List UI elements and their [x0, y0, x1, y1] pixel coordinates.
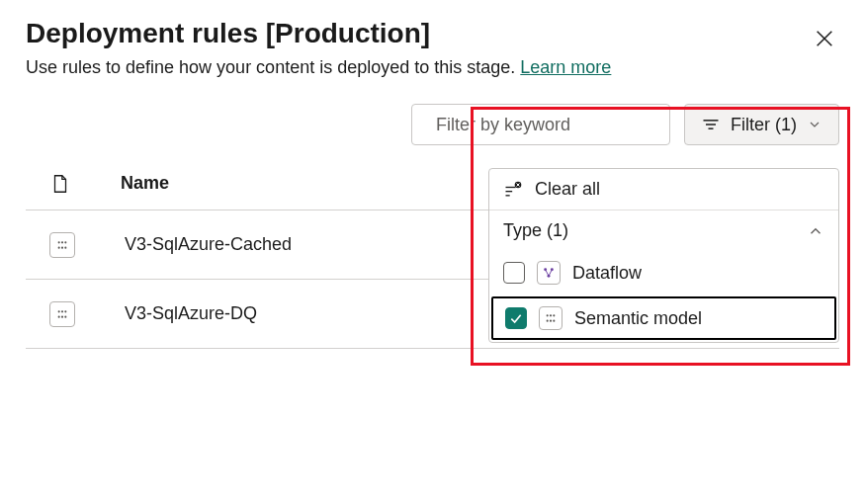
semantic-model-icon: [49, 301, 75, 327]
subtitle-text: Use rules to define how your content is …: [26, 57, 515, 77]
filter-option-dataflow[interactable]: Dataflow: [489, 251, 838, 294]
close-icon: [814, 28, 835, 49]
toolbar: Filter (1): [0, 88, 865, 157]
svg-line-29: [550, 271, 552, 275]
svg-point-34: [550, 320, 552, 322]
svg-point-18: [64, 315, 66, 317]
svg-point-11: [61, 246, 63, 248]
search-box[interactable]: [411, 104, 670, 145]
clear-all-row[interactable]: Clear all: [489, 169, 838, 210]
svg-point-25: [544, 268, 547, 271]
svg-line-28: [546, 271, 548, 275]
filter-button[interactable]: Filter (1): [684, 104, 839, 145]
filter-button-label: Filter (1): [731, 115, 797, 135]
svg-point-12: [64, 246, 66, 248]
type-section-header[interactable]: Type (1): [489, 210, 838, 251]
svg-point-8: [61, 241, 63, 243]
filter-option-semantic-model[interactable]: Semantic model: [491, 296, 836, 340]
row-name: V3-SqlAzure-Cached: [125, 234, 292, 255]
svg-point-26: [551, 268, 554, 271]
svg-point-17: [61, 315, 63, 317]
learn-more-link[interactable]: Learn more: [520, 57, 611, 77]
svg-point-15: [64, 310, 66, 312]
dialog-header: Deployment rules [Production] Use rules …: [0, 0, 865, 88]
svg-point-27: [548, 275, 551, 278]
checkbox-checked[interactable]: [505, 307, 527, 329]
dialog-title: Deployment rules [Production]: [26, 18, 839, 49]
svg-point-35: [553, 320, 555, 322]
svg-point-16: [58, 315, 60, 317]
semantic-model-icon: [49, 232, 75, 258]
filter-icon: [701, 115, 721, 134]
dialog-subtitle: Use rules to define how your content is …: [26, 55, 839, 80]
semantic-model-icon: [539, 306, 562, 330]
clear-filter-icon: [503, 180, 523, 200]
svg-point-7: [58, 241, 60, 243]
name-column-header: Name: [121, 173, 169, 194]
checkmark-icon: [508, 310, 524, 326]
checkbox-unchecked[interactable]: [503, 262, 525, 284]
dataflow-icon: [537, 261, 561, 285]
svg-point-9: [64, 241, 66, 243]
clear-all-label: Clear all: [535, 179, 600, 200]
svg-point-31: [550, 314, 552, 316]
search-input[interactable]: [434, 114, 667, 136]
close-button[interactable]: [814, 28, 835, 49]
svg-point-32: [553, 314, 555, 316]
row-name: V3-SqlAzure-DQ: [125, 303, 257, 324]
svg-point-13: [58, 310, 60, 312]
svg-point-33: [547, 320, 549, 322]
svg-point-14: [61, 310, 63, 312]
chevron-up-icon: [807, 222, 824, 240]
chevron-down-icon: [807, 117, 822, 132]
type-section-label: Type (1): [503, 220, 568, 241]
svg-point-10: [58, 246, 60, 248]
filter-option-label: Dataflow: [572, 263, 642, 284]
svg-point-30: [547, 314, 549, 316]
filter-dropdown-panel: Clear all Type (1) Dataflow: [488, 168, 839, 343]
file-icon: [49, 173, 71, 195]
filter-option-label: Semantic model: [574, 308, 702, 329]
